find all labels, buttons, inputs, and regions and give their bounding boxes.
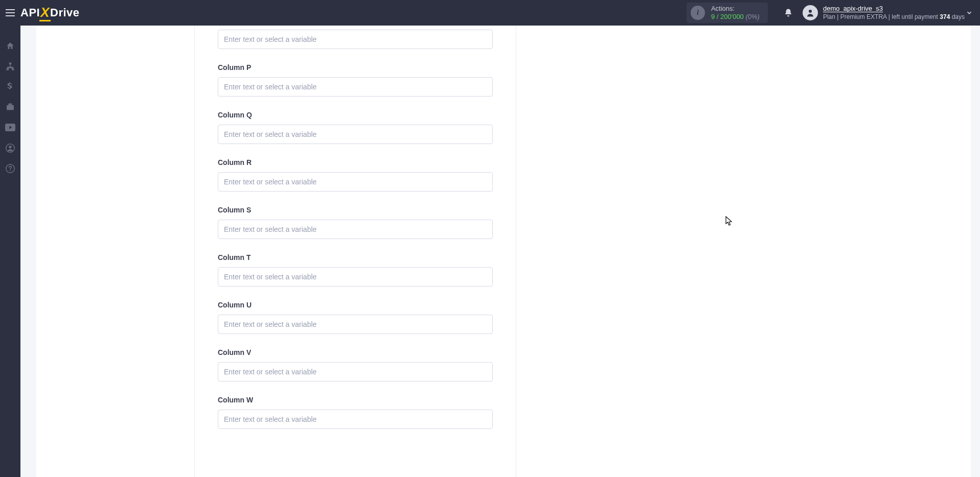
side-rail: [0, 26, 20, 477]
column-p-input[interactable]: [218, 77, 493, 97]
field-label: Column U: [218, 301, 493, 309]
top-navbar: API X Drive i Actions: 9 / 200'000 (0%) …: [0, 0, 980, 26]
youtube-icon: [5, 124, 15, 131]
column-t-input[interactable]: [218, 267, 493, 287]
form-card: Column O Column P Column Q Column R Colu…: [194, 26, 516, 477]
user-menu[interactable]: demo_apix-drive_s3 Plan | Premium EXTRA …: [803, 5, 980, 20]
field-label: Column V: [218, 348, 493, 356]
field-label: Column Q: [218, 111, 493, 119]
user-name: demo_apix-drive_s3: [823, 5, 965, 13]
column-r-input[interactable]: [218, 172, 493, 192]
svg-point-8: [9, 146, 11, 148]
briefcase-icon: [6, 103, 15, 112]
actions-usage-text: Actions: 9 / 200'000 (0%): [711, 5, 760, 21]
avatar: [803, 5, 818, 20]
home-icon: [6, 41, 15, 51]
svg-point-0: [809, 10, 812, 13]
rail-connections[interactable]: [0, 56, 20, 77]
svg-rect-4: [7, 105, 14, 110]
user-text: demo_apix-drive_s3 Plan | Premium EXTRA …: [823, 5, 965, 20]
column-s-input[interactable]: [218, 220, 493, 239]
field-label: Column T: [218, 253, 493, 261]
bell-icon: [784, 8, 793, 17]
column-w-input[interactable]: [218, 410, 493, 429]
user-menu-caret[interactable]: [966, 0, 973, 26]
svg-point-10: [10, 170, 11, 171]
question-icon: [6, 164, 15, 173]
hamburger-menu-button[interactable]: [0, 0, 20, 26]
svg-rect-2: [7, 68, 9, 70]
actions-usage-box[interactable]: i Actions: 9 / 200'000 (0%): [687, 3, 768, 23]
user-circle-icon: [6, 144, 15, 153]
brand-text-2: Drive: [50, 6, 80, 19]
actions-label: Actions:: [711, 5, 760, 13]
page-body: Column O Column P Column Q Column R Colu…: [20, 26, 980, 477]
field-label: Column R: [218, 158, 493, 166]
user-icon: [806, 8, 815, 17]
hamburger-icon: [6, 9, 15, 16]
actions-pct: (0%): [745, 13, 759, 20]
rail-account[interactable]: [0, 138, 20, 158]
brand-text-1: API: [20, 6, 40, 19]
column-q-input[interactable]: [218, 125, 493, 144]
rail-help[interactable]: [0, 158, 20, 179]
rail-billing[interactable]: [0, 77, 20, 97]
actions-limit: 200'000: [720, 13, 744, 20]
svg-rect-1: [9, 62, 12, 64]
user-plan-line: Plan | Premium EXTRA | left until paymen…: [823, 13, 965, 21]
notifications-button[interactable]: [778, 8, 799, 17]
column-u-input[interactable]: [218, 315, 493, 334]
field-label: Column W: [218, 396, 493, 404]
info-icon: i: [691, 6, 705, 20]
field-label: Column S: [218, 206, 493, 214]
sitemap-icon: [6, 62, 15, 71]
svg-rect-3: [12, 68, 14, 70]
rail-tools[interactable]: [0, 97, 20, 117]
rail-video[interactable]: [0, 117, 20, 138]
brand-logo[interactable]: API X Drive: [20, 5, 80, 21]
field-label: Column P: [218, 63, 493, 71]
chevron-down-icon: [966, 9, 973, 16]
brand-text-x: X: [40, 5, 50, 20]
dollar-icon: [7, 82, 13, 91]
column-o-input[interactable]: [218, 30, 493, 49]
rail-home[interactable]: [0, 36, 20, 56]
actions-sep: /: [715, 13, 720, 20]
column-v-input[interactable]: [218, 362, 493, 381]
